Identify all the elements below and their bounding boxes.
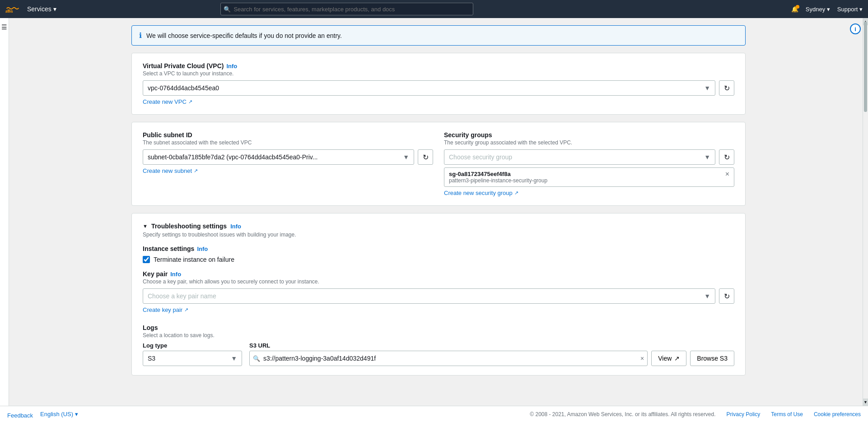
- view-button[interactable]: View ↗: [651, 351, 686, 366]
- logs-desc: Select a location to save logs.: [143, 332, 734, 339]
- aws-logo[interactable]: aws: [5, 5, 20, 14]
- sidebar-toggle[interactable]: ☰: [0, 18, 9, 422]
- privacy-policy-link[interactable]: Privacy Policy: [727, 411, 761, 417]
- troubleshooting-desc: Specify settings to troubleshoot issues …: [143, 232, 734, 238]
- security-groups-select-wrap: Choose security group ▼ ↻: [444, 149, 734, 165]
- subnet-refresh-button[interactable]: ↻: [418, 149, 433, 165]
- s3-url-input-wrap: 🔍 ×: [249, 351, 648, 366]
- security-group-tag-close[interactable]: ×: [725, 171, 729, 178]
- vpc-refresh-button[interactable]: ↻: [719, 80, 734, 96]
- security-groups-dropdown[interactable]: Choose security group ▼: [444, 149, 715, 165]
- subnet-external-link-icon: ↗: [194, 168, 198, 174]
- logs-section: Logs Select a location to save logs. Log…: [143, 324, 734, 366]
- troubleshooting-section: ▼ Troubleshooting settings Info Specify …: [131, 213, 746, 376]
- s3-url-clear-button[interactable]: ×: [640, 355, 644, 362]
- vpc-info-link[interactable]: Info: [226, 63, 237, 70]
- cookie-preferences-link[interactable]: Cookie preferences: [814, 411, 861, 417]
- notifications-bell[interactable]: 🔔: [791, 6, 798, 13]
- instance-settings-label: Instance settings Info: [143, 245, 734, 252]
- view-external-icon: ↗: [674, 355, 680, 362]
- services-menu[interactable]: Services ▾: [23, 5, 60, 13]
- bottom-bar: Feedback English (US) ▾ © 2008 - 2021, A…: [0, 406, 868, 422]
- main-content: ℹ We will choose service-specific defaul…: [9, 18, 868, 422]
- search-icon: 🔍: [224, 6, 231, 13]
- security-group-tag: sg-0a81723475eef4f8a pattern3-pipeline-i…: [444, 167, 734, 187]
- language-selector[interactable]: English (US) ▾: [40, 411, 78, 417]
- notification-dot: [796, 5, 799, 9]
- log-type-label: Log type: [143, 342, 242, 349]
- nav-right-controls: 🔔 Sydney ▾ Support ▾: [791, 6, 863, 13]
- subnet-dropdown-arrow: ▼: [403, 153, 409, 161]
- logs-grid: Log type S3 ▼ S3 URL 🔍: [143, 342, 734, 366]
- hamburger-icon: ☰: [1, 23, 7, 31]
- troubleshooting-info-link[interactable]: Info: [230, 223, 241, 230]
- bottom-bar-right: © 2008 - 2021, Amazon Web Services, Inc.…: [530, 411, 861, 417]
- subnet-label: Public subnet ID: [143, 131, 433, 139]
- logs-label: Logs: [143, 324, 734, 331]
- region-selector[interactable]: Sydney ▾: [806, 6, 830, 13]
- sg-external-link-icon: ↗: [514, 190, 518, 196]
- vpc-dropdown[interactable]: vpc-0764dd4acb4545ea0 ▼: [143, 80, 715, 96]
- key-pair-select-wrap: Choose a key pair name ▼ ↻: [143, 288, 734, 304]
- vpc-select-wrap: vpc-0764dd4acb4545ea0 ▼ ↻: [143, 80, 734, 96]
- security-groups-dropdown-arrow: ▼: [704, 153, 710, 161]
- subnet-dropdown[interactable]: subnet-0cbafa7185bfe7da2 (vpc-0764dd4acb…: [143, 149, 414, 165]
- terminate-on-failure-label: Terminate instance on failure: [154, 256, 234, 263]
- subnet-column: Public subnet ID The subnet associated w…: [143, 131, 433, 196]
- key-pair-info-link[interactable]: Info: [170, 271, 181, 278]
- scrollbar-track: ▲ ▼: [863, 18, 868, 406]
- key-pair-dropdown-arrow: ▼: [704, 292, 710, 300]
- create-subnet-link[interactable]: Create new subnet ↗: [143, 167, 198, 174]
- terminate-on-failure-row: Terminate instance on failure: [143, 256, 734, 263]
- browse-s3-button[interactable]: Browse S3: [690, 351, 734, 366]
- create-key-pair-link[interactable]: Create key pair ↗: [143, 306, 188, 313]
- s3-url-col: S3 URL 🔍 × View ↗: [249, 342, 734, 366]
- log-type-dropdown[interactable]: S3 ▼: [143, 351, 242, 366]
- scroll-thumb[interactable]: [864, 22, 867, 112]
- search-container: 🔍: [220, 3, 473, 15]
- key-pair-label: Key pair Info: [143, 270, 734, 278]
- s3-url-input[interactable]: [249, 351, 648, 366]
- key-pair-refresh-button[interactable]: ↻: [719, 288, 734, 304]
- subnet-security-section: Public subnet ID The subnet associated w…: [131, 122, 746, 206]
- key-pair-desc: Choose a key pair, which allows you to s…: [143, 278, 734, 285]
- scroll-down-button[interactable]: ▼: [863, 399, 868, 406]
- search-input[interactable]: [220, 3, 473, 15]
- help-info-button[interactable]: i: [850, 23, 861, 34]
- info-banner: ℹ We will choose service-specific defaul…: [131, 25, 746, 46]
- log-type-col: Log type S3 ▼: [143, 342, 242, 366]
- info-banner-icon: ℹ: [139, 31, 142, 40]
- log-type-arrow: ▼: [231, 355, 237, 362]
- key-pair-dropdown[interactable]: Choose a key pair name ▼: [143, 288, 715, 304]
- vpc-desc: Select a VPC to launch your instance.: [143, 70, 734, 77]
- key-pair-external-link-icon: ↗: [184, 307, 188, 313]
- s3-url-wrap: 🔍 × View ↗ Browse S3: [249, 351, 734, 366]
- feedback-link[interactable]: Feedback: [7, 412, 33, 419]
- troubleshooting-header[interactable]: ▼ Troubleshooting settings Info: [143, 223, 734, 230]
- subnet-select-wrap: subnet-0cbafa7185bfe7da2 (vpc-0764dd4acb…: [143, 149, 433, 165]
- s3-search-icon: 🔍: [253, 355, 260, 362]
- terminate-on-failure-checkbox[interactable]: [143, 256, 150, 263]
- subnet-desc: The subnet associated with the selected …: [143, 139, 433, 146]
- svg-text:aws: aws: [5, 9, 13, 14]
- terms-of-use-link[interactable]: Terms of Use: [771, 411, 803, 417]
- security-groups-desc: The security group associated with the s…: [444, 139, 734, 146]
- security-groups-refresh-button[interactable]: ↻: [719, 149, 734, 165]
- key-pair-section: Key pair Info Choose a key pair, which a…: [143, 270, 734, 313]
- vpc-dropdown-arrow: ▼: [704, 84, 710, 92]
- create-security-group-link[interactable]: Create new security group ↗: [444, 190, 518, 196]
- security-groups-label: Security groups: [444, 131, 734, 139]
- support-menu[interactable]: Support ▾: [837, 6, 863, 13]
- top-navigation: aws Services ▾ 🔍 🔔 Sydney ▾ Support ▾: [0, 0, 868, 18]
- vpc-label: Virtual Private Cloud (VPC) Info: [143, 62, 734, 70]
- instance-settings-info-link[interactable]: Info: [197, 246, 208, 252]
- collapse-icon: ▼: [143, 223, 148, 229]
- security-groups-column: Security groups The security group assoc…: [444, 131, 734, 196]
- create-vpc-link[interactable]: Create new VPC ↗: [143, 98, 192, 105]
- external-link-icon: ↗: [188, 99, 192, 105]
- s3-url-label: S3 URL: [249, 342, 734, 349]
- vpc-section: Virtual Private Cloud (VPC) Info Select …: [131, 53, 746, 115]
